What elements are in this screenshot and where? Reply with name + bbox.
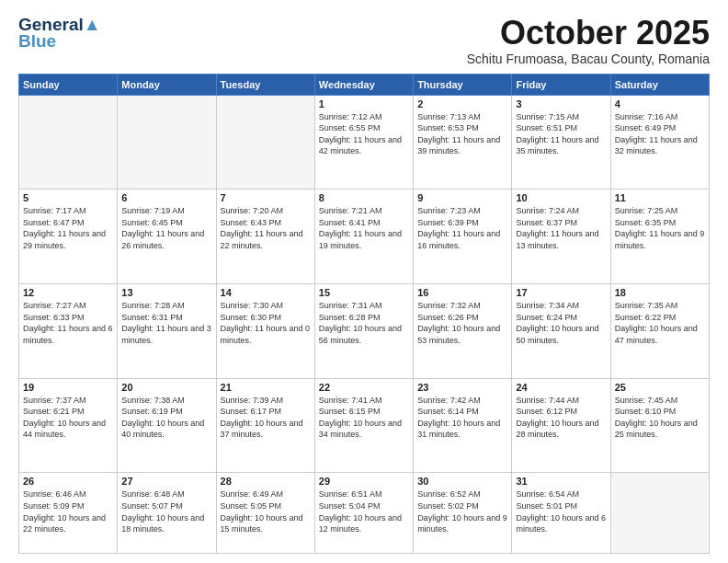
day-number: 14: [221, 287, 311, 298]
day-info: Sunrise: 6:51 AMSunset: 5:04 PMDaylight:…: [319, 488, 409, 534]
day-number: 30: [417, 476, 507, 487]
day-number: 1: [319, 98, 409, 109]
calendar-day-cell: 4 Sunrise: 7:16 AMSunset: 6:49 PMDayligh…: [610, 95, 709, 190]
day-number: 26: [23, 476, 113, 487]
logo: General▲ Blue: [18, 15, 101, 52]
page: General▲ Blue October 2025 Schitu Frumoa…: [0, 0, 728, 563]
calendar-day-cell: 24 Sunrise: 7:44 AMSunset: 6:12 PMDaylig…: [512, 378, 610, 473]
calendar-week-row: 1 Sunrise: 7:12 AMSunset: 6:55 PMDayligh…: [19, 95, 710, 190]
weekday-header: Saturday: [610, 74, 709, 95]
day-info: Sunrise: 7:24 AMSunset: 6:37 PMDaylight:…: [516, 205, 606, 251]
calendar-day-cell: 1 Sunrise: 7:12 AMSunset: 6:55 PMDayligh…: [314, 95, 413, 190]
calendar-day-cell: 2 Sunrise: 7:13 AMSunset: 6:53 PMDayligh…: [414, 95, 512, 190]
day-number: 16: [417, 287, 507, 298]
calendar-day-cell: 21 Sunrise: 7:39 AMSunset: 6:17 PMDaylig…: [216, 378, 314, 473]
calendar-day-cell: [610, 473, 709, 554]
calendar-header: SundayMondayTuesdayWednesdayThursdayFrid…: [19, 74, 710, 95]
calendar-day-cell: 19 Sunrise: 7:37 AMSunset: 6:21 PMDaylig…: [19, 378, 118, 473]
day-info: Sunrise: 7:44 AMSunset: 6:12 PMDaylight:…: [516, 395, 606, 441]
day-info: Sunrise: 7:19 AMSunset: 6:45 PMDaylight:…: [121, 205, 211, 251]
calendar-day-cell: 8 Sunrise: 7:21 AMSunset: 6:41 PMDayligh…: [314, 190, 413, 284]
calendar-day-cell: 23 Sunrise: 7:42 AMSunset: 6:14 PMDaylig…: [414, 378, 512, 473]
calendar-day-cell: 9 Sunrise: 7:23 AMSunset: 6:39 PMDayligh…: [414, 190, 512, 284]
calendar-day-cell: 25 Sunrise: 7:45 AMSunset: 6:10 PMDaylig…: [610, 378, 709, 473]
day-info: Sunrise: 7:30 AMSunset: 6:30 PMDaylight:…: [221, 300, 311, 346]
calendar-day-cell: 30 Sunrise: 6:52 AMSunset: 5:02 PMDaylig…: [414, 473, 512, 554]
day-info: Sunrise: 7:41 AMSunset: 6:15 PMDaylight:…: [319, 395, 409, 441]
calendar-day-cell: 17 Sunrise: 7:34 AMSunset: 6:24 PMDaylig…: [512, 284, 610, 379]
day-number: 28: [221, 476, 311, 487]
calendar-week-row: 19 Sunrise: 7:37 AMSunset: 6:21 PMDaylig…: [19, 378, 710, 473]
weekday-header: Thursday: [414, 74, 512, 95]
day-info: Sunrise: 7:34 AMSunset: 6:24 PMDaylight:…: [516, 300, 606, 346]
day-number: 29: [319, 476, 409, 487]
day-number: 21: [221, 382, 311, 393]
day-info: Sunrise: 7:13 AMSunset: 6:53 PMDaylight:…: [417, 111, 507, 157]
day-number: 20: [121, 382, 211, 393]
day-info: Sunrise: 7:31 AMSunset: 6:28 PMDaylight:…: [319, 300, 409, 346]
day-number: 31: [516, 476, 606, 487]
day-number: 18: [615, 287, 705, 298]
calendar-day-cell: 26 Sunrise: 6:46 AMSunset: 5:09 PMDaylig…: [19, 473, 118, 554]
weekday-header: Sunday: [19, 74, 118, 95]
weekday-header: Tuesday: [216, 74, 314, 95]
calendar-day-cell: 13 Sunrise: 7:28 AMSunset: 6:31 PMDaylig…: [118, 284, 216, 379]
location: Schitu Frumoasa, Bacau County, Romania: [467, 52, 710, 66]
day-info: Sunrise: 7:42 AMSunset: 6:14 PMDaylight:…: [417, 395, 507, 441]
day-info: Sunrise: 7:32 AMSunset: 6:26 PMDaylight:…: [417, 300, 507, 346]
day-number: 15: [319, 287, 409, 298]
day-number: 23: [417, 382, 507, 393]
weekday-header: Wednesday: [314, 74, 413, 95]
day-number: 22: [319, 382, 409, 393]
calendar-week-row: 12 Sunrise: 7:27 AMSunset: 6:33 PMDaylig…: [19, 284, 710, 379]
weekday-header: Friday: [512, 74, 610, 95]
day-info: Sunrise: 7:37 AMSunset: 6:21 PMDaylight:…: [23, 395, 113, 441]
calendar-day-cell: 12 Sunrise: 7:27 AMSunset: 6:33 PMDaylig…: [19, 284, 118, 379]
day-number: 13: [121, 287, 211, 298]
day-info: Sunrise: 7:15 AMSunset: 6:51 PMDaylight:…: [516, 111, 606, 157]
header: General▲ Blue October 2025 Schitu Frumoa…: [18, 15, 710, 66]
calendar-day-cell: 16 Sunrise: 7:32 AMSunset: 6:26 PMDaylig…: [414, 284, 512, 379]
day-number: 19: [23, 382, 113, 393]
day-number: 25: [615, 382, 705, 393]
day-info: Sunrise: 7:25 AMSunset: 6:35 PMDaylight:…: [615, 205, 705, 251]
day-number: 12: [23, 287, 113, 298]
day-info: Sunrise: 7:12 AMSunset: 6:55 PMDaylight:…: [319, 111, 409, 157]
day-info: Sunrise: 6:46 AMSunset: 5:09 PMDaylight:…: [23, 488, 113, 534]
day-info: Sunrise: 7:38 AMSunset: 6:19 PMDaylight:…: [121, 395, 211, 441]
calendar-week-row: 5 Sunrise: 7:17 AMSunset: 6:47 PMDayligh…: [19, 190, 710, 284]
day-info: Sunrise: 7:27 AMSunset: 6:33 PMDaylight:…: [23, 300, 113, 346]
calendar-day-cell: 18 Sunrise: 7:35 AMSunset: 6:22 PMDaylig…: [610, 284, 709, 379]
calendar-day-cell: 31 Sunrise: 6:54 AMSunset: 5:01 PMDaylig…: [512, 473, 610, 554]
calendar-day-cell: 10 Sunrise: 7:24 AMSunset: 6:37 PMDaylig…: [512, 190, 610, 284]
day-info: Sunrise: 7:45 AMSunset: 6:10 PMDaylight:…: [615, 395, 705, 441]
day-info: Sunrise: 7:28 AMSunset: 6:31 PMDaylight:…: [121, 300, 211, 346]
day-number: 4: [615, 98, 705, 109]
calendar-day-cell: 20 Sunrise: 7:38 AMSunset: 6:19 PMDaylig…: [118, 378, 216, 473]
day-info: Sunrise: 7:16 AMSunset: 6:49 PMDaylight:…: [615, 111, 705, 157]
day-number: 5: [23, 192, 113, 203]
calendar-day-cell: 11 Sunrise: 7:25 AMSunset: 6:35 PMDaylig…: [610, 190, 709, 284]
day-info: Sunrise: 7:20 AMSunset: 6:43 PMDaylight:…: [221, 205, 311, 251]
day-info: Sunrise: 7:35 AMSunset: 6:22 PMDaylight:…: [615, 300, 705, 346]
calendar-day-cell: 28 Sunrise: 6:49 AMSunset: 5:05 PMDaylig…: [216, 473, 314, 554]
day-info: Sunrise: 6:54 AMSunset: 5:01 PMDaylight:…: [516, 488, 606, 534]
day-number: 6: [121, 192, 211, 203]
day-info: Sunrise: 6:49 AMSunset: 5:05 PMDaylight:…: [221, 488, 311, 534]
calendar-day-cell: 22 Sunrise: 7:41 AMSunset: 6:15 PMDaylig…: [314, 378, 413, 473]
day-number: 3: [516, 98, 606, 109]
day-number: 7: [221, 192, 311, 203]
day-info: Sunrise: 7:21 AMSunset: 6:41 PMDaylight:…: [319, 205, 409, 251]
calendar-day-cell: 29 Sunrise: 6:51 AMSunset: 5:04 PMDaylig…: [314, 473, 413, 554]
day-info: Sunrise: 7:17 AMSunset: 6:47 PMDaylight:…: [23, 205, 113, 251]
day-number: 27: [121, 476, 211, 487]
month-title: October 2025: [467, 15, 710, 52]
calendar-day-cell: 6 Sunrise: 7:19 AMSunset: 6:45 PMDayligh…: [118, 190, 216, 284]
day-info: Sunrise: 6:52 AMSunset: 5:02 PMDaylight:…: [417, 488, 507, 534]
calendar-day-cell: [216, 95, 314, 190]
calendar-day-cell: 27 Sunrise: 6:48 AMSunset: 5:07 PMDaylig…: [118, 473, 216, 554]
day-info: Sunrise: 7:23 AMSunset: 6:39 PMDaylight:…: [417, 205, 507, 251]
calendar-day-cell: [19, 95, 118, 190]
calendar-table: SundayMondayTuesdayWednesdayThursdayFrid…: [18, 74, 710, 554]
day-number: 8: [319, 192, 409, 203]
